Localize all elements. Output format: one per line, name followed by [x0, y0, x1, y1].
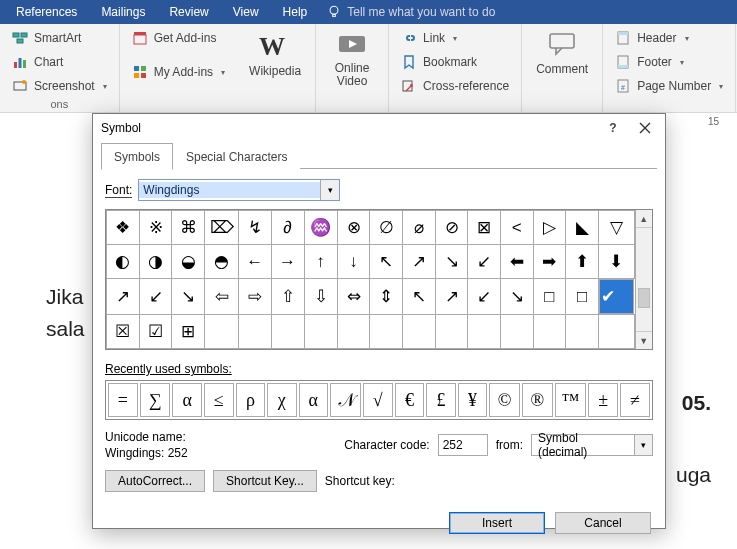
symbol-cell[interactable]: ⇦ [205, 279, 238, 315]
symbol-cell[interactable]: □ [566, 279, 599, 315]
symbol-cell[interactable]: ↗ [403, 245, 436, 279]
symbol-cell[interactable]: ※ [139, 211, 172, 245]
recent-symbol-cell[interactable]: ± [588, 383, 618, 417]
recent-symbol-cell[interactable]: ™ [555, 383, 587, 417]
symbol-cell[interactable]: ↖ [370, 245, 403, 279]
symbol-cell[interactable]: □ [533, 279, 566, 315]
tab-mailings[interactable]: Mailings [89, 1, 157, 23]
scroll-down-button[interactable]: ▼ [636, 331, 652, 349]
font-combo[interactable]: ▾ [138, 179, 340, 201]
chart-button[interactable]: Chart [8, 52, 111, 72]
symbol-cell[interactable]: ⊞ [172, 315, 205, 349]
page-number-button[interactable]: # Page Number▾ [611, 76, 727, 96]
symbol-cell[interactable]: ↗ [435, 279, 468, 315]
my-addins-button[interactable]: My Add-ins▾ [128, 62, 229, 82]
shortcut-key-button[interactable]: Shortcut Key... [213, 470, 317, 492]
from-select[interactable]: Symbol (decimal) ▾ [531, 434, 653, 456]
symbol-cell[interactable]: ↯ [238, 211, 271, 245]
symbol-cell[interactable]: ◒ [172, 245, 205, 279]
scroll-up-button[interactable]: ▲ [636, 210, 652, 228]
symbol-cell[interactable]: ⊘ [435, 211, 468, 245]
symbol-cell[interactable]: ⇕ [370, 279, 403, 315]
symbol-cell[interactable]: ⊗ [337, 211, 370, 245]
recent-symbol-cell[interactable]: € [395, 383, 425, 417]
font-input[interactable] [139, 182, 320, 198]
tab-help[interactable]: Help [271, 1, 320, 23]
recent-symbol-cell[interactable]: © [489, 383, 520, 417]
symbol-cell[interactable]: ↘ [500, 279, 533, 315]
tab-references[interactable]: References [4, 1, 89, 23]
symbol-cell[interactable] [500, 315, 533, 349]
symbol-cell[interactable]: ↙ [139, 279, 172, 315]
autocorrect-button[interactable]: AutoCorrect... [105, 470, 205, 492]
symbol-cell[interactable]: ⬇ [598, 245, 634, 279]
tab-view[interactable]: View [221, 1, 271, 23]
symbol-cell[interactable]: < [500, 211, 533, 245]
link-button[interactable]: Link▾ [397, 28, 513, 48]
symbol-cell[interactable]: ↙ [468, 279, 501, 315]
symbol-cell[interactable]: ➡ [533, 245, 566, 279]
recent-symbol-cell[interactable]: α [299, 383, 329, 417]
tab-special-characters[interactable]: Special Characters [173, 143, 300, 170]
recent-symbol-cell[interactable]: = [108, 383, 138, 417]
symbol-cell[interactable] [271, 315, 304, 349]
dialog-help-button[interactable]: ? [601, 121, 625, 135]
character-code-input[interactable] [438, 434, 488, 456]
symbol-cell[interactable]: ☒ [107, 315, 140, 349]
recent-symbol-cell[interactable]: £ [426, 383, 456, 417]
symbol-cell[interactable]: ⇧ [271, 279, 304, 315]
symbol-cell[interactable]: ∅ [370, 211, 403, 245]
symbol-cell[interactable]: ⇩ [304, 279, 337, 315]
symbol-cell[interactable]: ▷ [533, 211, 566, 245]
symbol-cell[interactable]: ♒ [304, 211, 337, 245]
screenshot-button[interactable]: Screenshot▾ [8, 76, 111, 96]
symbol-cell[interactable]: ✔ [599, 279, 634, 314]
symbol-cell[interactable]: ◑ [139, 245, 172, 279]
from-dropdown-button[interactable]: ▾ [634, 435, 652, 455]
footer-button[interactable]: Footer▾ [611, 52, 727, 72]
symbol-cell[interactable] [403, 315, 436, 349]
symbol-cell[interactable]: ⇔ [337, 279, 370, 315]
symbol-cell[interactable]: ◓ [205, 245, 238, 279]
symbol-cell[interactable]: ↙ [468, 245, 501, 279]
tab-review[interactable]: Review [157, 1, 220, 23]
cross-reference-button[interactable]: Cross-reference [397, 76, 513, 96]
symbol-cell[interactable]: ↗ [107, 279, 140, 315]
recent-symbol-cell[interactable]: ¥ [458, 383, 488, 417]
tell-me-search[interactable]: Tell me what you want to do [319, 5, 495, 19]
symbol-cell[interactable] [337, 315, 370, 349]
symbol-cell[interactable]: ◣ [566, 211, 599, 245]
header-button[interactable]: Header▾ [611, 28, 727, 48]
grid-scrollbar[interactable]: ▲ ▼ [635, 210, 652, 349]
bookmark-button[interactable]: Bookmark [397, 52, 513, 72]
symbol-cell[interactable] [435, 315, 468, 349]
get-addins-button[interactable]: Get Add-ins [128, 28, 229, 48]
symbol-cell[interactable] [468, 315, 501, 349]
symbol-cell[interactable]: ∂ [271, 211, 304, 245]
comment-button[interactable]: Comment [530, 28, 594, 78]
recent-symbol-cell[interactable]: ≠ [620, 383, 650, 417]
recent-symbol-cell[interactable]: ∑ [140, 383, 170, 417]
insert-button[interactable]: Insert [449, 512, 545, 534]
recent-symbol-cell[interactable]: 𝒩 [330, 383, 361, 417]
tab-symbols[interactable]: Symbols [101, 143, 173, 170]
scroll-thumb[interactable] [638, 288, 650, 308]
symbol-cell[interactable]: ▽ [598, 211, 634, 245]
symbol-cell[interactable]: ↓ [337, 245, 370, 279]
symbol-cell[interactable]: ⌦ [205, 211, 238, 245]
wikipedia-button[interactable]: W Wikipedia [243, 30, 307, 80]
symbol-cell[interactable] [205, 315, 238, 349]
recent-symbol-cell[interactable]: ρ [236, 383, 266, 417]
symbol-cell[interactable]: ⬅ [500, 245, 533, 279]
symbol-cell[interactable]: ↘ [172, 279, 205, 315]
cancel-button[interactable]: Cancel [555, 512, 651, 534]
recent-symbol-cell[interactable]: χ [267, 383, 296, 417]
dialog-close-button[interactable] [625, 114, 665, 142]
symbol-cell[interactable]: ⇨ [238, 279, 271, 315]
symbol-cell[interactable] [533, 315, 566, 349]
recent-symbols[interactable]: =∑α≤ρχα𝒩√€£¥©®™±≠ [105, 380, 653, 420]
symbol-cell[interactable]: ⬆ [566, 245, 599, 279]
symbol-cell[interactable]: ❖ [107, 211, 140, 245]
font-dropdown-button[interactable]: ▾ [320, 180, 339, 200]
symbol-cell[interactable] [304, 315, 337, 349]
